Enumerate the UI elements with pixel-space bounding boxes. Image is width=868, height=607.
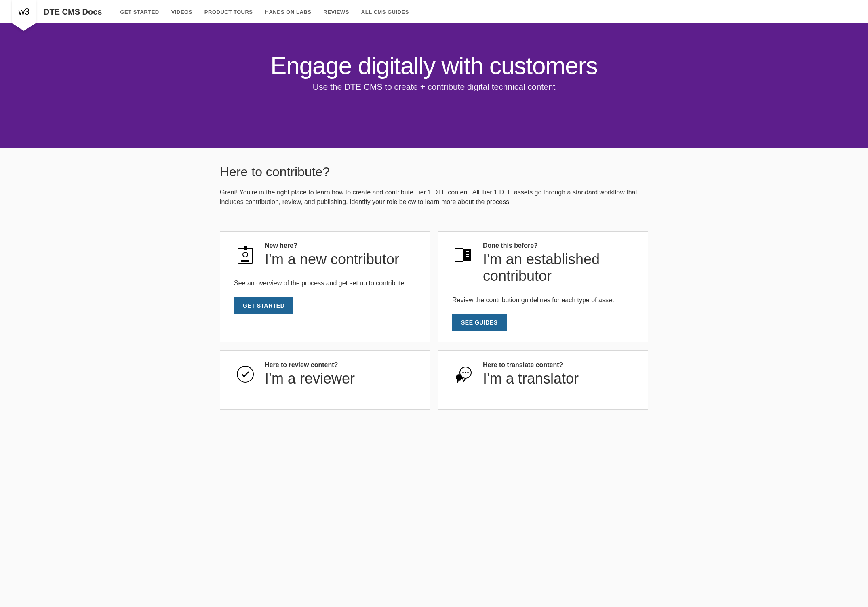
card-title: I'm a reviewer bbox=[265, 370, 355, 387]
card-description: See an overview of the process and get s… bbox=[234, 280, 416, 287]
role-cards-grid: New here? I'm a new contributor See an o… bbox=[220, 231, 648, 410]
svg-rect-5 bbox=[463, 249, 471, 261]
get-started-button[interactable]: GET STARTED bbox=[234, 297, 293, 314]
card-title: I'm an established contributor bbox=[483, 251, 634, 285]
hero-title: Engage digitally with customers bbox=[8, 52, 860, 80]
svg-point-9 bbox=[237, 366, 253, 382]
card-reviewer: Here to review content? I'm a reviewer bbox=[220, 350, 430, 410]
svg-point-14 bbox=[456, 374, 462, 381]
svg-point-13 bbox=[467, 372, 469, 373]
svg-rect-1 bbox=[244, 246, 247, 250]
nav-link-hands-on-labs[interactable]: HANDS ON LABS bbox=[265, 9, 312, 15]
card-eyebrow: Done this before? bbox=[483, 242, 634, 249]
card-description: Review the contribution guidelines for e… bbox=[452, 297, 634, 304]
main-content: Here to contribute? Great! You're in the… bbox=[212, 148, 656, 426]
checkmark-circle-icon bbox=[234, 363, 257, 386]
nav-link-videos[interactable]: VIDEOS bbox=[171, 9, 192, 15]
section-title: Here to contribute? bbox=[220, 164, 648, 179]
hero-subtitle: Use the DTE CMS to create + contribute d… bbox=[8, 82, 860, 92]
nav-link-reviews[interactable]: REVIEWS bbox=[323, 9, 349, 15]
svg-point-2 bbox=[243, 252, 248, 257]
card-title: I'm a translator bbox=[483, 370, 579, 387]
section-description: Great! You're in the right place to lear… bbox=[220, 188, 648, 207]
site-title[interactable]: DTE CMS Docs bbox=[44, 7, 102, 17]
chat-bubbles-icon bbox=[452, 363, 475, 386]
svg-rect-3 bbox=[241, 260, 249, 262]
card-eyebrow: Here to translate content? bbox=[483, 361, 579, 369]
primary-nav: GET STARTED VIDEOS PRODUCT TOURS HANDS O… bbox=[120, 9, 409, 15]
hero-banner: Engage digitally with customers Use the … bbox=[0, 23, 868, 148]
id-badge-icon bbox=[234, 244, 257, 266]
card-eyebrow: New here? bbox=[265, 242, 399, 249]
open-book-icon bbox=[452, 244, 475, 266]
top-navigation-bar: w3 DTE CMS Docs GET STARTED VIDEOS PRODU… bbox=[0, 0, 868, 23]
see-guides-button[interactable]: SEE GUIDES bbox=[452, 314, 507, 331]
nav-link-get-started[interactable]: GET STARTED bbox=[120, 9, 159, 15]
card-translator: Here to translate content? I'm a transla… bbox=[438, 350, 648, 410]
card-new-contributor: New here? I'm a new contributor See an o… bbox=[220, 231, 430, 342]
nav-link-product-tours[interactable]: PRODUCT TOURS bbox=[204, 9, 253, 15]
card-established-contributor: Done this before? I'm an established con… bbox=[438, 231, 648, 342]
svg-point-12 bbox=[465, 372, 466, 373]
svg-rect-4 bbox=[455, 249, 463, 261]
logo-badge[interactable]: w3 bbox=[12, 0, 36, 23]
logo-text: w3 bbox=[18, 6, 29, 17]
nav-link-all-cms-guides[interactable]: ALL CMS GUIDES bbox=[361, 9, 409, 15]
card-eyebrow: Here to review content? bbox=[265, 361, 355, 369]
svg-point-11 bbox=[462, 372, 464, 373]
card-title: I'm a new contributor bbox=[265, 251, 399, 268]
